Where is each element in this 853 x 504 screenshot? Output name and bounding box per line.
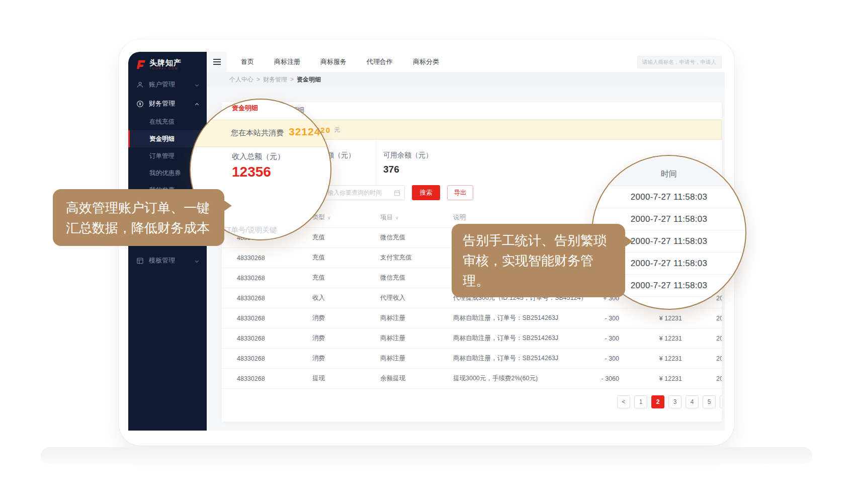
cell-project: 余额提现	[365, 374, 438, 383]
cell-order: 48330268	[222, 375, 297, 382]
magnified-banner-text: 您在本站共消费 32124	[231, 126, 320, 138]
breadcrumb-item[interactable]: 财务管理	[263, 75, 287, 84]
magnified-stat-label: 收入总额（元）	[232, 152, 285, 161]
chevron-down-icon	[194, 82, 200, 88]
magnified-input-placeholder: 订单号/说明关键	[224, 225, 277, 235]
sidebar-nav: 账户管理 财务管理 在线充值 资金明细 订单管理 我的优惠券 我的发票	[128, 75, 207, 431]
cell-amount: - 300	[589, 355, 639, 362]
date-filter-input[interactable]	[322, 185, 405, 200]
date-filter	[322, 185, 405, 200]
callout-left-text: 高效管理账户订单、一键汇总数据，降低财务成本	[66, 200, 210, 235]
cell-order: 48330268	[222, 355, 297, 362]
menu-item-trademark-class[interactable]: 商标分类	[413, 57, 439, 66]
sidebar-item-label: 资金明细	[149, 135, 175, 142]
template-icon	[136, 257, 144, 265]
cell-project: 微信充值	[365, 274, 438, 282]
sidebar-item-template[interactable]: 模板管理	[128, 251, 207, 270]
cell-desc: 商标自助注册，订单号：SB2514263J	[438, 354, 589, 363]
sidebar-item-account[interactable]: 账户管理	[128, 75, 207, 94]
menu-item-trademark-service[interactable]: 商标服务	[320, 57, 347, 66]
cell-order: 48330268	[222, 255, 297, 262]
logo-flag-icon	[135, 59, 146, 69]
col-desc: 说明	[438, 213, 589, 222]
col-project[interactable]: 项目∨	[365, 213, 438, 222]
logo-subtext: TOUPAI.COM	[149, 66, 182, 70]
page-button-3[interactable]: 3	[668, 395, 681, 408]
cell-desc: 商标自助注册，订单号：SB2514263J	[438, 314, 589, 322]
topbar: 首页 商标注册 商标服务 代理合作 商标分类	[207, 52, 725, 72]
breadcrumb-current: 资金明细	[297, 75, 321, 84]
page-button-2-active[interactable]: 2	[651, 395, 664, 408]
cell-time: 2000-7-27 11:58:03	[712, 355, 722, 362]
cell-balance: ¥ 12231	[639, 375, 712, 382]
magnified-banner-prefix: 您在本站共消费	[231, 128, 284, 138]
menu-item-agent-coop[interactable]: 代理合作	[367, 57, 393, 66]
magnified-stat-value: 12356	[232, 164, 271, 180]
top-menu: 首页 商标注册 商标服务 代理合作 商标分类	[241, 57, 439, 66]
cell-time: 2000-7-27 11:58:03	[712, 315, 722, 322]
cell-project: 代理收入	[365, 294, 438, 302]
pagination: < 1 2 3 4 5 >	[617, 395, 722, 408]
cell-balance: ¥ 12231	[639, 315, 712, 322]
cell-order: 48330268	[222, 275, 297, 282]
magnified-banner-amount: 32124	[289, 126, 320, 138]
search-button[interactable]: 搜索	[412, 185, 440, 200]
callout-left: 高效管理账户订单、一键汇总数据，降低财务成本	[53, 189, 224, 246]
finance-icon	[136, 100, 144, 108]
page-button-1[interactable]: 1	[634, 395, 647, 408]
active-indicator	[128, 130, 130, 147]
callout-right: 告别手工统计、告别繁琐审核，实现智能财务管理。	[452, 224, 625, 297]
cell-time: 2000-7-27 11:58:03	[712, 335, 722, 342]
cell-order: 48330268	[222, 315, 297, 322]
cell-type: 充值	[297, 233, 365, 242]
sidebar-item-finance[interactable]: 财务管理	[128, 94, 207, 113]
calendar-icon[interactable]	[394, 189, 400, 198]
callout-right-text: 告别手工统计、告别繁琐审核，实现智能财务管理。	[463, 233, 607, 288]
prev-page-button[interactable]: <	[617, 395, 630, 408]
trademark-search-input[interactable]	[637, 56, 722, 68]
sidebar-item-label: 财务管理	[149, 99, 194, 108]
table-row: 48330268提现余额提现提现3000元，手续费2%(60元)- 3060¥ …	[222, 369, 722, 389]
logo-name: 头牌知产	[149, 59, 182, 66]
cell-type: 充值	[297, 274, 365, 282]
breadcrumb-separator: >	[257, 76, 260, 83]
menu-item-home[interactable]: 首页	[241, 57, 254, 66]
cell-type: 消费	[297, 314, 365, 322]
cell-project: 支付宝充值	[365, 254, 438, 262]
breadcrumb: 个人中心 > 财务管理 > 资金明细	[207, 72, 725, 87]
cell-amount: - 300	[589, 335, 639, 342]
next-page-button[interactable]: >	[720, 395, 722, 408]
page-button-5[interactable]: 5	[703, 395, 716, 408]
hamburger-menu-icon[interactable]	[207, 52, 227, 72]
banner-unit: 元	[334, 126, 340, 134]
callout-arrow-icon	[224, 200, 232, 211]
export-button[interactable]: 导出	[447, 185, 473, 200]
sort-caret-icon[interactable]: ∨	[327, 215, 331, 220]
table-row: 48330268消费商标注册商标自助注册，订单号：SB2514263J- 300…	[222, 349, 722, 369]
cell-balance: ¥ 12231	[639, 335, 712, 342]
logo: 头牌知产 TOUPAI.COM	[128, 52, 207, 75]
sort-caret-icon[interactable]: ∨	[395, 215, 399, 220]
sidebar-item-recharge[interactable]: 在线充值	[128, 113, 207, 130]
cell-order: 48330268	[222, 335, 297, 342]
sidebar-item-label: 模板管理	[149, 256, 194, 265]
cell-type: 充值	[297, 254, 365, 262]
cell-time: 2000-7-27 11:58:03	[712, 375, 722, 382]
cell-amount: - 3060	[589, 375, 639, 382]
page: 头牌知产 TOUPAI.COM 账户管理 财务管理	[0, 0, 853, 504]
menu-item-trademark-register[interactable]: 商标注册	[274, 57, 300, 66]
cell-project: 商标注册	[365, 314, 438, 322]
cell-desc: 提现3000元，手续费2%(60元)	[438, 374, 589, 383]
laptop-base	[41, 447, 812, 464]
cell-amount: - 300	[589, 315, 639, 322]
page-button-4[interactable]: 4	[686, 395, 699, 408]
cell-project: 微信充值	[365, 233, 438, 242]
cell-order: 48330268	[222, 295, 297, 302]
cell-type: 提现	[297, 374, 365, 383]
cell-type: 消费	[297, 334, 365, 343]
callout-arrow-icon	[625, 236, 633, 247]
magnified-time-cell: 2000-7-27 11:58:03	[592, 186, 745, 208]
cell-desc: 商标自助注册，订单号：SB2514263J	[438, 334, 589, 343]
breadcrumb-item[interactable]: 个人中心	[229, 75, 253, 84]
breadcrumb-separator: >	[290, 76, 294, 83]
